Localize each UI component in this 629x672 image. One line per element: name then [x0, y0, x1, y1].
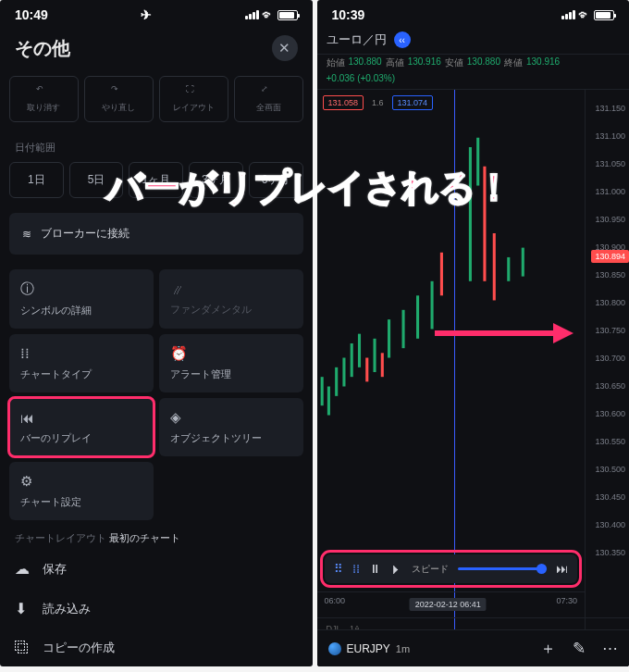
settings-screen: 10:49 ✈ ᯤ その他 ✕ ↶取り消す↷やり直し⛶レイアウト⤢全画面 日付範… — [0, 0, 313, 666]
symbol-selector[interactable]: EURJPY 1m — [328, 642, 411, 655]
time-badge: 2022-02-12 06:41 — [410, 598, 487, 611]
status-time: 10:39 — [332, 7, 365, 22]
undo-button[interactable]: ↶取り消す — [9, 76, 79, 122]
undo-button-icon: ↶ — [36, 84, 51, 99]
object-tree-tile-icon: ◈ — [170, 409, 292, 426]
x-tick: 07:30 — [556, 596, 577, 605]
bar-replay-tile[interactable]: ⏮バーのリプレイ — [9, 398, 154, 456]
pause-button[interactable]: ⏸ — [369, 562, 381, 576]
layout-button-icon: ⛶ — [186, 84, 201, 99]
object-tree-tile[interactable]: ◈オブジェクトツリー — [159, 398, 303, 456]
ohlc-row: 始値130.880 高値130.916 安値130.880 終値130.916 … — [317, 55, 630, 90]
connect-broker-row[interactable]: ≋ ブローカーに接続 — [9, 213, 303, 255]
load-item[interactable]: ⬇読み込み — [0, 589, 313, 628]
x-tick: 06:00 — [325, 596, 346, 605]
chart-settings-tile[interactable]: ⚙チャート設定 — [9, 462, 154, 520]
fullscreen-button[interactable]: ⤢全画面 — [234, 76, 303, 122]
wifi-icon: ᯤ — [578, 7, 591, 22]
y-tick: 130.650 — [595, 381, 625, 391]
redo-button-icon: ↷ — [111, 84, 126, 99]
save-item-icon: ☁ — [15, 560, 31, 578]
symbol-dot-icon — [328, 642, 341, 655]
layout-button[interactable]: ⛶レイアウト — [159, 76, 228, 122]
arrow-icon — [435, 319, 574, 347]
copy-item-icon: ⿻ — [15, 640, 31, 656]
battery-icon — [594, 10, 614, 20]
date-range-button[interactable]: 1日 — [9, 162, 64, 198]
y-tick: 130.700 — [595, 354, 625, 363]
symbol-details-tile-icon: ⓘ — [20, 280, 142, 298]
signal-icon — [245, 10, 259, 19]
draw-button[interactable]: ✎ — [573, 639, 586, 658]
alert-manage-tile[interactable]: ⏰アラート管理 — [159, 334, 303, 392]
battery-icon — [278, 10, 298, 20]
close-button[interactable]: ✕ — [272, 35, 298, 61]
fundamentals-tile-icon: ⫽ — [170, 281, 292, 297]
speed-slider[interactable] — [458, 567, 548, 570]
y-tick: 130.600 — [595, 409, 625, 418]
y-tick: 130.450 — [595, 492, 625, 502]
skip-end-button[interactable]: ⏭ — [556, 562, 568, 576]
alert-manage-tile-icon: ⏰ — [170, 345, 292, 362]
y-tick: 130.550 — [595, 437, 625, 446]
chart-type-tile[interactable]: ⁞⁞チャートタイプ — [9, 334, 154, 392]
back-button[interactable]: ‹‹ — [394, 31, 411, 48]
status-bar: 10:39 ᯤ — [317, 0, 630, 26]
annotation-text: バーがリプレイされる！ — [106, 162, 610, 213]
replay-candle-button[interactable]: ⁞⁞ — [352, 562, 360, 576]
wifi-icon: ᯤ — [262, 7, 275, 22]
more-button[interactable]: ⋯ — [602, 639, 618, 658]
fundamentals-tile[interactable]: ⫽ファンダメンタル — [159, 269, 303, 329]
signal-icon — [561, 10, 575, 19]
status-bar: 10:49 ✈ ᯤ — [0, 0, 313, 26]
step-forward-button[interactable]: ⏵ — [390, 562, 402, 576]
current-price-tag: 130.894 — [591, 250, 629, 263]
add-button[interactable]: ＋ — [540, 638, 556, 659]
redo-button[interactable]: ↷やり直し — [84, 76, 154, 122]
broker-icon: ≋ — [22, 228, 31, 241]
page-title: その他 — [15, 36, 70, 61]
status-time: 10:49 — [15, 7, 48, 22]
symbol-pair[interactable]: ユーロ／円 — [327, 31, 387, 48]
save-item[interactable]: ☁保存 — [0, 549, 313, 589]
chart-settings-tile-icon: ⚙ — [20, 473, 142, 490]
bottom-toolbar: EURJPY 1m ＋ ✎ ⋯ — [317, 629, 630, 666]
svg-marker-21 — [553, 323, 574, 343]
copy-item[interactable]: ⿻コピーの作成 — [0, 628, 313, 666]
y-tick: 130.800 — [595, 298, 625, 307]
bar-replay-tile-icon: ⏮ — [20, 410, 142, 426]
y-tick: 131.150 — [595, 104, 625, 113]
chart-type-tile-icon: ⁞⁞ — [20, 345, 142, 362]
replay-control-bar: ⠿ ⁞⁞ ⏸ ⏵ スピード ⏭ — [325, 554, 578, 583]
y-tick: 130.500 — [595, 465, 625, 474]
y-tick: 130.950 — [595, 215, 625, 224]
speed-label: スピード — [412, 563, 449, 576]
layout-section-label: チャートレイアウト 最初のチャート — [0, 520, 313, 549]
replay-handle-icon[interactable]: ⠿ — [334, 562, 343, 576]
load-item-icon: ⬇ — [15, 600, 31, 617]
y-tick: 130.400 — [595, 520, 625, 529]
fullscreen-button-icon: ⤢ — [261, 84, 276, 99]
y-tick: 130.750 — [595, 326, 625, 335]
y-tick: 130.850 — [595, 270, 625, 280]
symbol-details-tile[interactable]: ⓘシンボルの詳細 — [9, 269, 154, 329]
y-tick: 131.100 — [595, 131, 625, 141]
y-tick: 130.350 — [595, 548, 625, 557]
date-range-label: 日付範囲 — [0, 128, 313, 162]
